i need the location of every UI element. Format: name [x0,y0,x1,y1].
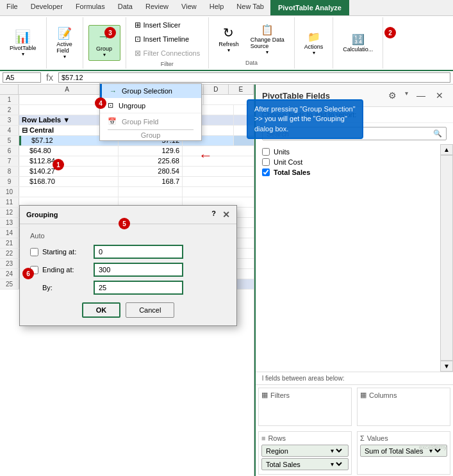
refresh-button[interactable]: ↻ Refresh ▾ [214,22,243,56]
pivot-values-sum-select[interactable]: ▾ [427,447,443,455]
pivot-rows-region-label: Region [266,447,288,455]
pivot-field-unit-cost: Unit Cost [262,157,434,167]
pivot-search-icon: 🔍 [429,127,446,140]
pivot-panel-subtitle: Choose fields to add to report: [256,107,453,123]
pivot-settings-arrow[interactable]: ▾ [404,88,409,103]
cell-b10[interactable] [119,187,183,197]
grouping-close-button[interactable]: ✕ [222,209,230,220]
tab-review[interactable]: Review [139,0,175,15]
pivot-scroll-down[interactable]: ▼ [440,361,453,372]
cell-a6[interactable]: $64.80 [19,146,119,156]
cell-a9[interactable]: $168.70 [19,177,119,186]
starting-at-checkbox[interactable] [30,248,38,256]
pivot-field-total-sales: Total Sales [262,167,434,177]
grouping-auto-label: Auto [30,232,226,240]
pivot-area-columns-title: ▦ Columns [360,391,447,399]
ungroup-icon: ⊡ [108,101,113,110]
pivot-area-rows-label: Rows [268,434,286,442]
dropdown-group-selection[interactable]: → Group Selection [100,84,201,98]
row-num: 25 [0,279,19,289]
pivot-rows-region-select[interactable]: ▾ [328,447,344,455]
active-field-icon: 📝 [58,26,72,40]
col-header-d[interactable]: D [204,85,229,94]
grouping-cancel-button[interactable]: Cancel [126,302,174,318]
filter-group-label: Filter [161,61,174,67]
group-selection-arrow-icon: → [110,87,117,95]
ribbon-group-pivottable: 📊 PivotTable ▾ [0,17,47,69]
name-box[interactable] [3,72,41,83]
insert-slicer-label: Insert Slicer [144,21,181,29]
ribbon-group-active-field: 📝 ActiveField ▾ [47,17,83,69]
ribbon-content: 📊 PivotTable ▾ 📝 ActiveField ▾ → Group ▾ [0,16,453,71]
refresh-arrow: ▾ [227,47,230,53]
actions-button[interactable]: 📁 Actions ▾ [300,28,328,59]
by-input[interactable] [94,281,183,295]
tab-file[interactable]: File [0,0,24,15]
ending-at-checkbox[interactable] [30,266,38,274]
rows-icon: ≡ [261,434,265,442]
tab-help[interactable]: Help [203,0,231,15]
cell-d1[interactable] [204,95,254,104]
pivot-fields-list: Units Unit Cost Total Sales [256,144,440,372]
table-row: 9 $168.70 168.7 [0,177,254,187]
row-num: 7 [0,156,19,166]
active-field-button[interactable]: 📝 ActiveField ▾ [52,23,78,63]
group-icon: → [97,28,111,45]
tab-pivottable-analyze[interactable]: PivotTable Analyze [270,0,349,15]
grouping-dialog[interactable]: Grouping ? ✕ Auto Starting at: Ending at… [19,205,237,326]
cell-a8[interactable]: $140.27 [19,167,119,176]
col-header-e[interactable]: E [229,85,254,94]
grouping-help-button[interactable]: ? [211,209,216,220]
starting-at-input[interactable] [94,245,183,259]
grouping-ok-button[interactable]: OK [82,302,121,318]
tab-data[interactable]: Data [111,0,139,15]
pivot-drag-hint: l fields between areas below: [256,372,453,384]
filter-connections-icon: ⊠ [135,49,141,58]
tab-developer[interactable]: Developer [24,0,69,15]
tab-view[interactable]: View [175,0,203,15]
pivot-search-input[interactable] [263,128,429,140]
pivot-minimize-button[interactable]: — [413,88,429,103]
group-button[interactable]: → Group ▾ [88,25,120,61]
columns-icon: ▦ [360,391,367,399]
pivot-close-button[interactable]: ✕ [432,88,447,103]
filter-connections-button[interactable]: ⊠ Filter Connections [131,47,204,60]
values-icon: Σ [360,434,365,442]
cell-b6[interactable]: 129.6 [119,146,183,156]
formula-input[interactable] [58,72,450,83]
dialog-title-buttons: ? ✕ [211,209,230,220]
pivot-field-unit-cost-checkbox[interactable] [262,158,270,166]
insert-slicer-button[interactable]: ⊞ Insert Slicer [131,19,204,31]
calculations-label: Calculatio... [343,46,373,53]
row-num: 11 [0,197,19,207]
dropdown-group-field[interactable]: 📅 Group Field [108,115,194,128]
calculations-button[interactable]: 🔢 Calculatio... [338,30,377,56]
ribbon-group-data: ↻ Refresh ▾ 📋 Change DataSource ▾ Data [209,17,295,69]
cell-a7[interactable]: $112.84 [19,156,119,166]
table-row: 6 $64.80 129.6 [0,146,254,156]
cell-a10[interactable] [19,187,119,197]
change-data-source-button[interactable]: 📋 Change DataSource ▾ [246,21,289,58]
grouping-by-field: By: [30,281,226,295]
pivot-area-rows: ≡ Rows Region ▾ Total Sales ▾ [258,431,352,475]
tab-newtab[interactable]: New Tab [230,0,270,15]
pivottable-button[interactable]: 📊 PivotTable ▾ [5,26,41,60]
pivot-field-total-sales-checkbox[interactable] [262,168,270,176]
cell-b8[interactable]: 280.54 [119,167,183,176]
grouping-ending-at-field: Ending at: [30,263,226,277]
row-num: 6 [0,146,19,156]
dropdown-ungroup[interactable]: ⊡ Ungroup [100,98,201,113]
cell-b7[interactable]: 225.68 [119,156,183,166]
pivot-field-units-checkbox[interactable] [262,148,270,156]
cell-b9[interactable]: 168.7 [119,177,183,186]
pivot-settings-button[interactable]: ⚙ [385,88,400,103]
insert-timeline-button[interactable]: ⊡ Insert Timeline [131,33,204,45]
pivot-field-units-label: Units [274,148,290,156]
pivot-scroll-track [440,155,453,361]
pivot-scroll-up[interactable]: ▲ [440,144,453,155]
row-num: 24 [0,269,19,279]
pivot-rows-totalsales-select[interactable]: ▾ [328,460,344,468]
by-label: By: [42,284,94,291]
tab-formulas[interactable]: Formulas [69,0,111,15]
ending-at-input[interactable] [94,263,183,277]
